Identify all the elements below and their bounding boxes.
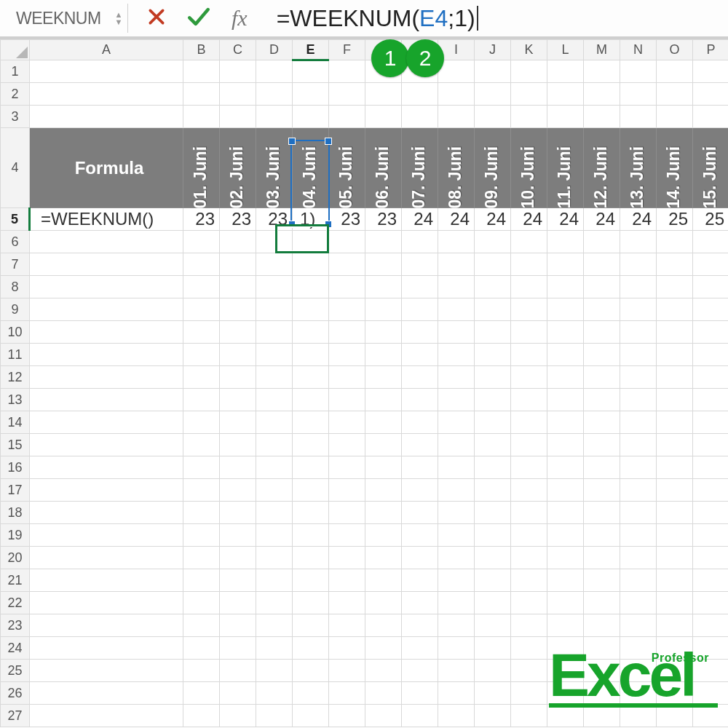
row-header-10[interactable]: 10 [1,321,30,344]
cell-K5[interactable]: 24 [511,208,547,231]
cell-O21[interactable] [657,569,693,592]
cell-N27[interactable] [620,705,657,727]
cell-E27[interactable] [293,705,329,727]
cell-E3[interactable] [293,106,329,128]
cell-M20[interactable] [584,547,620,569]
cell-P12[interactable] [693,366,729,389]
cell-J21[interactable] [475,569,511,592]
cell-C3[interactable] [220,106,256,128]
cell-K25[interactable] [511,660,547,682]
cell-H25[interactable] [402,660,438,682]
cell-J11[interactable] [475,344,511,366]
row-header-20[interactable]: 20 [1,547,30,569]
cell-M26[interactable] [584,682,620,705]
cell-P20[interactable] [693,547,729,569]
column-header-G[interactable]: G [365,40,402,60]
cell-K22[interactable] [511,592,547,614]
cell-K19[interactable] [511,524,547,547]
cell-E16[interactable] [293,456,329,479]
cell-J27[interactable] [475,705,511,727]
row-header-15[interactable]: 15 [1,434,30,456]
cell-C1[interactable] [220,60,256,83]
cell-I2[interactable] [438,83,475,106]
cell-B23[interactable] [183,614,220,637]
cell-H24[interactable] [402,637,438,660]
cell-A23[interactable] [30,614,183,637]
cell-E15[interactable] [293,434,329,456]
cell-M9[interactable] [584,298,620,321]
cell-C24[interactable] [220,637,256,660]
cell-F18[interactable] [329,502,365,524]
cell-N7[interactable] [620,253,657,276]
cell-B1[interactable] [183,60,220,83]
cell-G21[interactable] [365,569,402,592]
cell-P17[interactable] [693,479,729,502]
cell-L8[interactable] [547,276,584,298]
cell-C27[interactable] [220,705,256,727]
cell-E9[interactable] [293,298,329,321]
cell-L11[interactable] [547,344,584,366]
cell-E26[interactable] [293,682,329,705]
cell-L18[interactable] [547,502,584,524]
cell-K21[interactable] [511,569,547,592]
column-header-K[interactable]: K [511,40,547,60]
row-header-26[interactable]: 26 [1,682,30,705]
cell-M5[interactable]: 24 [584,208,620,231]
cell-F24[interactable] [329,637,365,660]
cell-B24[interactable] [183,637,220,660]
cell-P27[interactable] [693,705,729,727]
cell-B27[interactable] [183,705,220,727]
cell-O7[interactable] [657,253,693,276]
cell-K6[interactable] [511,231,547,253]
cell-A27[interactable] [30,705,183,727]
cell-J17[interactable] [475,479,511,502]
cell-A14[interactable] [30,411,183,434]
column-header-B[interactable]: B [183,40,220,60]
cell-I25[interactable] [438,660,475,682]
cell-B15[interactable] [183,434,220,456]
cell-M15[interactable] [584,434,620,456]
cell-I6[interactable] [438,231,475,253]
cell-K17[interactable] [511,479,547,502]
cell-H26[interactable] [402,682,438,705]
cell-M8[interactable] [584,276,620,298]
cell-C21[interactable] [220,569,256,592]
cell-A13[interactable] [30,389,183,411]
cell-H2[interactable] [402,83,438,106]
cell-J19[interactable] [475,524,511,547]
cell-G1[interactable] [365,60,402,83]
cell-K7[interactable] [511,253,547,276]
cell-J9[interactable] [475,298,511,321]
cell-M10[interactable] [584,321,620,344]
cell-O13[interactable] [657,389,693,411]
cell-M6[interactable] [584,231,620,253]
cell-O6[interactable] [657,231,693,253]
cell-H10[interactable] [402,321,438,344]
cell-H22[interactable] [402,592,438,614]
cell-G12[interactable] [365,366,402,389]
row-header-22[interactable]: 22 [1,592,30,614]
cell-H27[interactable] [402,705,438,727]
cell-K3[interactable] [511,106,547,128]
cell-B21[interactable] [183,569,220,592]
cell-C7[interactable] [220,253,256,276]
cell-H12[interactable] [402,366,438,389]
cell-N21[interactable] [620,569,657,592]
cell-L21[interactable] [547,569,584,592]
cell-P15[interactable] [693,434,729,456]
cell-J24[interactable] [475,637,511,660]
column-header-I[interactable]: I [438,40,475,60]
cell-F9[interactable] [329,298,365,321]
cell-H15[interactable] [402,434,438,456]
cell-K23[interactable] [511,614,547,637]
cell-H11[interactable] [402,344,438,366]
cell-H1[interactable] [402,60,438,83]
cell-D6[interactable] [256,231,293,253]
cell-O19[interactable] [657,524,693,547]
cell-E4[interactable]: 04. Juni [293,128,329,208]
cell-K1[interactable] [511,60,547,83]
cell-L6[interactable] [547,231,584,253]
column-header-H[interactable]: H [402,40,438,60]
cell-L25[interactable] [547,660,584,682]
cell-H21[interactable] [402,569,438,592]
